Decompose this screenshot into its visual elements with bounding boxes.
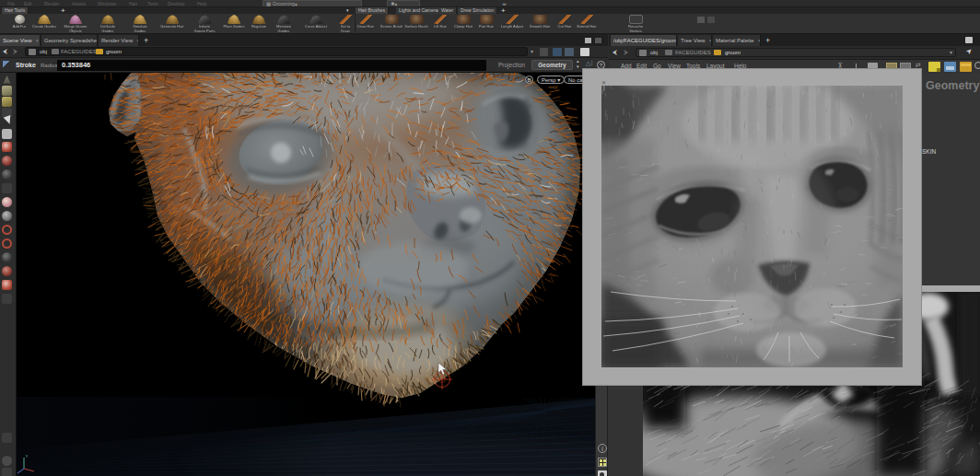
svg-text:y: y [26,453,28,458]
